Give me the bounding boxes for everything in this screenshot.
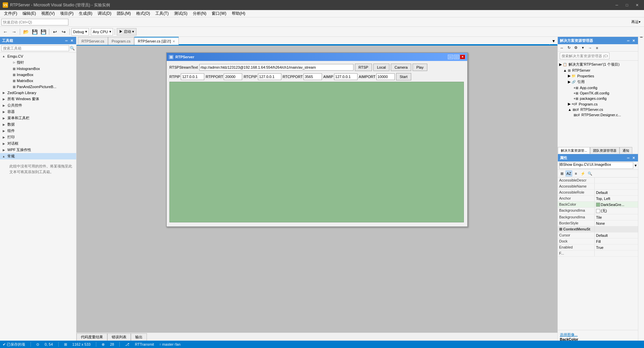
sol-properties-button[interactable]: ≡ <box>594 45 600 51</box>
redo-button[interactable]: ↪ <box>60 28 68 36</box>
tab-error-list[interactable]: 错误列表 <box>107 333 131 341</box>
toolbox-item-print[interactable]: ▶ 打印 <box>0 134 76 140</box>
platform-dropdown[interactable]: Any CPU ▾ <box>91 28 113 36</box>
toolbox-item-data[interactable]: ▶ 数据 <box>0 121 76 128</box>
toolbox-item-common[interactable]: ▶ 公共控件 <box>0 102 76 109</box>
save-button[interactable]: 💾 <box>31 28 39 36</box>
props-pin-button[interactable]: ═ <box>626 155 631 160</box>
prop-value[interactable] <box>595 251 638 256</box>
toolbox-item-wpf[interactable]: ▶ WPF 互操作性 <box>0 147 76 153</box>
sol-item-programcs[interactable]: ▶ +c# Program.cs <box>558 101 638 107</box>
prop-value[interactable]: (无) <box>595 208 638 214</box>
aimip-input[interactable] <box>334 73 358 80</box>
forward-button[interactable]: → <box>10 28 18 36</box>
design-area[interactable]: ⊞ RTPServer ─ □ ✕ RTSPStreamText <box>76 46 557 333</box>
prop-value[interactable]: Tile <box>595 214 638 220</box>
rtcpip-input[interactable] <box>258 73 281 80</box>
sol-item-opentk[interactable]: +⊞ OpenTK.dll.config <box>558 90 638 96</box>
sol-tab-solution[interactable]: 解决方案资源管... <box>558 147 590 154</box>
rtpip-input[interactable] <box>181 73 204 80</box>
sol-sync-button[interactable]: ↔ <box>558 45 565 51</box>
sol-item-solution[interactable]: ▶ 📋 解决方案'RTPServer'(1 个项目) <box>558 61 638 68</box>
form-minimize-button[interactable]: ─ <box>448 55 453 59</box>
menu-item-m[interactable]: 团队(M) <box>114 10 133 17</box>
open-button[interactable]: 📂 <box>22 28 30 36</box>
sol-item-rtpserver[interactable]: ▲ ⊞ RTPServer <box>558 68 638 73</box>
prop-value[interactable]: None <box>595 220 638 226</box>
toolbox-search-input[interactable] <box>1 45 69 51</box>
menu-item-n[interactable]: 分析(N) <box>190 10 209 17</box>
toolbox-item-allwindows[interactable]: ▶ 所有 Windows 窗体 <box>0 96 76 102</box>
menu-item-t[interactable]: 工具(T) <box>153 10 171 17</box>
menu-item-w[interactable]: 窗口(W) <box>209 10 229 17</box>
back-button[interactable]: ← <box>1 28 9 36</box>
tab-dropdown-button[interactable]: ▾ <box>549 37 557 45</box>
toolbox-item-components[interactable]: ▶ 组件 <box>0 128 76 134</box>
toolbox-item-pointer[interactable]: ⊳ 指针 <box>5 59 76 66</box>
start-button[interactable]: Start <box>396 73 411 80</box>
aimport-input[interactable] <box>376 73 395 80</box>
menu-item-d[interactable]: 调试(D) <box>95 10 114 17</box>
menu-item-p[interactable]: 项目(P) <box>57 10 76 17</box>
prop-value[interactable] <box>595 178 638 183</box>
sol-filter-button[interactable]: ▾ <box>580 45 586 51</box>
prop-value[interactable]: True <box>595 245 638 250</box>
menu-item-f[interactable]: 文件(F) <box>1 10 20 17</box>
tab-program-cs[interactable]: Program.cs <box>108 37 134 45</box>
tab-close-button[interactable]: ✕ <box>172 40 175 43</box>
rtpport-input[interactable] <box>224 73 242 80</box>
quick-launch-input[interactable] <box>1 19 68 25</box>
sol-close-button[interactable]: ✕ <box>631 38 636 43</box>
form-close-button[interactable]: ✕ <box>460 55 465 59</box>
props-object-selector[interactable]: IBShow Emgu.CV.UI.ImageBox <box>559 162 633 169</box>
local-button[interactable]: Local <box>373 64 389 71</box>
prop-value[interactable]: Fill <box>595 238 638 244</box>
props-properties-button[interactable]: ≡ <box>573 170 579 177</box>
form-maximize-button[interactable]: □ <box>454 55 459 59</box>
sol-settings-button[interactable]: ⚙ <box>573 45 579 51</box>
camera-button[interactable]: Camera <box>391 64 411 71</box>
props-categories-button[interactable]: ⊞ <box>558 170 565 177</box>
toolbox-item-histogrambox[interactable]: ⊞ HistogramBox <box>5 66 76 72</box>
sol-search-input[interactable] <box>560 53 609 59</box>
menu-item-s[interactable]: 测试(S) <box>171 10 190 17</box>
toolbox-close-button[interactable]: ✕ <box>69 38 74 43</box>
sol-item-rtpservercs[interactable]: ▲ ⊞c# RTPServer.cs <box>558 107 638 112</box>
menu-item-o[interactable]: 格式(O) <box>133 10 153 17</box>
sol-item-properties[interactable]: ▶ 📁 Properties <box>558 73 638 79</box>
rerun-label[interactable]: 再运▾ <box>629 19 643 24</box>
menu-item-e[interactable]: 编辑(E) <box>20 10 39 17</box>
prop-value[interactable] <box>595 184 638 189</box>
tab-rtpserver-design[interactable]: RTPServer.cs [设计] ✕ <box>134 37 179 45</box>
toolbox-item-panzoom[interactable]: ⊞ PanAndZoomPictureB... <box>5 84 76 90</box>
prop-value[interactable] <box>595 226 638 232</box>
minimize-button[interactable]: ─ <box>612 2 621 8</box>
sol-item-appconfig[interactable]: +⊞ App.config <box>558 85 638 90</box>
sol-tab-team[interactable]: 团队资源管理器 <box>590 147 620 154</box>
sol-item-packages[interactable]: +⊞ packages.config <box>558 96 638 101</box>
menu-item-b[interactable]: 生成(B) <box>76 10 95 17</box>
toolbox-item-general[interactable]: ▲ 常规 <box>0 153 76 159</box>
props-search-button[interactable]: 🔍 <box>587 170 593 177</box>
start-button[interactable]: ▶ 启动 ▾ <box>117 28 137 36</box>
prop-value[interactable]: Default <box>595 232 638 238</box>
sol-pin-button[interactable]: ═ <box>626 38 631 43</box>
prop-value[interactable]: Default <box>595 190 638 195</box>
vtab-toolbox[interactable]: 工具箱 <box>638 38 644 42</box>
debug-mode-dropdown[interactable]: Debug ▾ <box>71 28 89 36</box>
sol-tab-notifications[interactable]: 通知 <box>620 147 632 154</box>
toolbox-item-emgucv[interactable]: ▲ Emgu.CV <box>0 53 76 59</box>
prop-value[interactable]: DarkSeaGre... <box>595 202 638 207</box>
toolbox-item-containers[interactable]: ▶ 容器 <box>0 109 76 115</box>
tab-code-metrics[interactable]: 代码度量结果 <box>76 333 107 341</box>
undo-button[interactable]: ↩ <box>51 28 59 36</box>
menu-item-h[interactable]: 帮助(H) <box>229 10 248 17</box>
rtcpport-input[interactable] <box>304 73 322 80</box>
toolbox-item-menus[interactable]: ▶ 菜单和工具栏 <box>0 115 76 121</box>
prop-value[interactable]: Top, Left <box>595 196 638 201</box>
toolbox-item-imagebox[interactable]: ⊞ ImageBox <box>5 72 76 78</box>
sol-refresh-button[interactable]: ↻ <box>566 45 572 51</box>
select-image-link[interactable]: 选择图像... <box>560 332 636 337</box>
close-button[interactable]: ✕ <box>633 2 641 8</box>
rtsp-button[interactable]: RTSP <box>355 64 372 71</box>
